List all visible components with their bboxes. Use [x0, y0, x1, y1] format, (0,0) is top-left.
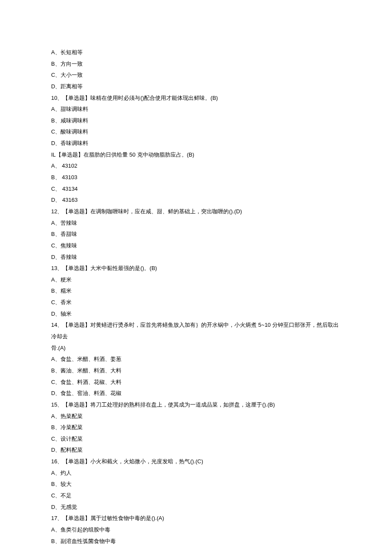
text-line: 骨.(A)	[51, 343, 341, 354]
text-line: C、香米	[51, 297, 341, 308]
text-line: B、方向一致	[51, 58, 341, 70]
text-line: D、轴米	[51, 308, 341, 320]
text-line: 13、【单选题】大米中黏性最强的是()。(B)	[51, 263, 341, 274]
text-line: IL【单选题】在脂肪的日供给量 50 克中动物脂肪应占。(B)	[51, 149, 341, 161]
text-line: D、食盐、窖油、料酒、花椒	[51, 388, 341, 399]
text-line: 16、【单选题】小火和截火，火焰微小，光度发暗，热气().(C)	[51, 456, 341, 468]
text-line: D、距离相等	[51, 81, 341, 93]
text-line: C、 43134	[51, 183, 341, 195]
text-line: 12、【单选题】在调制咖喱味时，应在咸、甜、鲜的基础上，突出咖喱的().(D)	[51, 206, 341, 218]
text-line: 15、【单选题】将刀工处理好的熟料排在盘上，使其成为一道成品菜，如拼盘，这厘于(…	[51, 399, 341, 411]
text-line: C、不足	[51, 490, 341, 502]
text-line: A、粳米	[51, 274, 341, 286]
text-line: 17、【单选题】属于过敏性食物中毒的是().(A)	[51, 513, 341, 524]
text-line: C、焦辣味	[51, 240, 341, 252]
text-line: C、设计配菜	[51, 433, 341, 445]
text-line: D、无感觉	[51, 502, 341, 513]
text-line: B、咸味调味料	[51, 115, 341, 127]
text-line: A、食盐、米醋、料酒、姜葱	[51, 354, 341, 365]
text-line: 14、【单选题】对黄鳝进行烫杀时，应首先将鳝鱼放入加有｝的开水锅中，小火炳煮 5…	[51, 320, 341, 342]
text-line: A、灼人	[51, 468, 341, 479]
text-line: C、食盐、料酒、花椒、大料	[51, 377, 341, 388]
text-line: A、长短相等	[51, 47, 341, 58]
text-line: B、冷菜配菜	[51, 422, 341, 433]
text-line: A、甜味调味料	[51, 104, 341, 115]
text-line: D、配料配菜	[51, 445, 341, 456]
text-line: A、苦辣味	[51, 218, 341, 229]
text-line: 10、【单选题】味精在使用时必须与()配合使用才能体现出鲜味。(B)	[51, 93, 341, 104]
text-line: A、鱼类引起的组胺中毒	[51, 524, 341, 536]
text-line: A、 43102	[51, 160, 341, 172]
text-line: C、酸味调味料	[51, 126, 341, 138]
text-line: B、香甜味	[51, 229, 341, 240]
text-line: D、香味调味料	[51, 138, 341, 149]
text-line: B、糯米	[51, 285, 341, 297]
text-line: B、 43103	[51, 172, 341, 183]
text-line: C、大小一致	[51, 70, 341, 81]
text-line: B、较大	[51, 479, 341, 490]
text-line: B、副溶血性弧菌食物中毒	[51, 536, 341, 547]
text-line: D、香辣味	[51, 252, 341, 263]
text-line: D、 43163	[51, 195, 341, 206]
text-line: B、酱油、米醋、料酒、大料	[51, 365, 341, 377]
text-line: A、热菜配菜	[51, 411, 341, 422]
